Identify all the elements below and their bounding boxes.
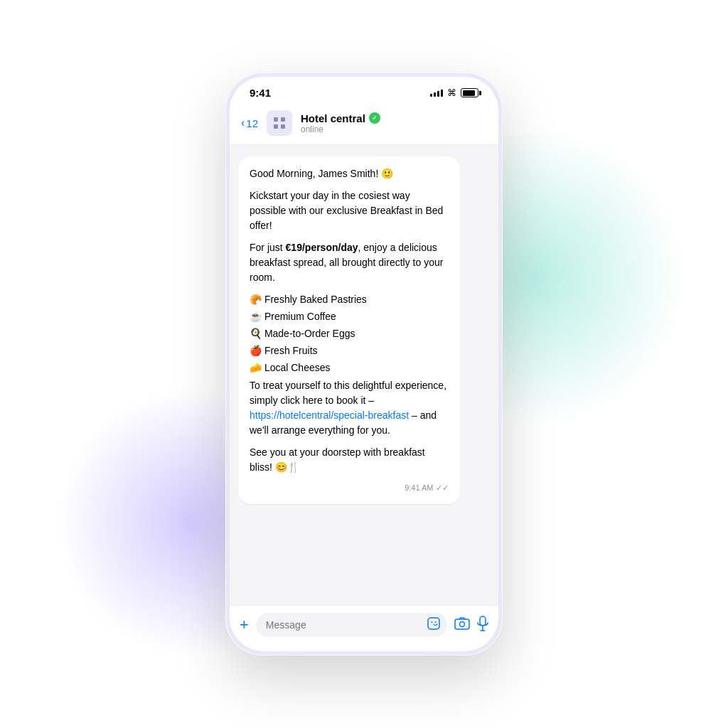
back-count: 12 <box>246 117 258 129</box>
cta-link[interactable]: https://hotelcentral/special-breakfast <box>250 410 409 421</box>
channel-icon <box>267 110 292 136</box>
menu-list: 🥐 Freshly Baked Pastries ☕ Premium Coffe… <box>250 292 449 375</box>
phone-screen: 9:41 ⌘ ‹ 12 <box>230 77 498 651</box>
status-time: 9:41 <box>250 87 271 99</box>
svg-rect-1 <box>281 117 285 122</box>
price-prefix: For just <box>250 242 286 253</box>
message-intro: Kickstart your day in the cosiest way po… <box>250 188 449 233</box>
time-text: 9:41 AM <box>405 482 433 494</box>
read-tick: ✓✓ <box>436 482 449 494</box>
svg-rect-2 <box>274 124 278 129</box>
input-field-wrap <box>256 613 447 637</box>
plus-button[interactable]: + <box>240 617 249 633</box>
sticker-icon[interactable] <box>427 617 440 633</box>
message-bubble: Good Morning, James Smith! 🙂 Kickstart y… <box>238 156 460 504</box>
camera-icon[interactable] <box>454 617 470 633</box>
message-closing: See you at your doorstep with breakfast … <box>250 445 449 475</box>
svg-rect-0 <box>274 117 278 122</box>
message-price: For just €19/person/day, enjoy a delicio… <box>250 240 449 285</box>
message-input[interactable] <box>266 619 422 631</box>
list-item: 🥐 Freshly Baked Pastries <box>250 292 449 307</box>
status-icons: ⌘ <box>430 87 478 98</box>
battery-icon <box>461 88 478 97</box>
svg-point-6 <box>435 621 437 623</box>
signal-icon <box>430 90 443 97</box>
wifi-icon: ⌘ <box>447 87 456 98</box>
list-item: ☕ Premium Coffee <box>250 309 449 324</box>
list-item: 🍳 Made-to-Order Eggs <box>250 326 449 341</box>
microphone-icon[interactable] <box>477 616 488 635</box>
svg-rect-4 <box>428 618 439 629</box>
svg-point-5 <box>432 621 433 623</box>
chat-header: ‹ 12 Hotel central ✓ online <box>230 105 498 145</box>
header-status: online <box>301 124 487 134</box>
verified-badge: ✓ <box>369 112 380 124</box>
list-item: 🍎 Fresh Fruits <box>250 343 449 358</box>
back-button[interactable]: ‹ 12 <box>241 117 258 129</box>
svg-rect-7 <box>455 619 469 629</box>
chevron-left-icon: ‹ <box>241 117 245 129</box>
phone-frame: 9:41 ⌘ ‹ 12 <box>225 73 503 655</box>
list-item: 🧀 Local Cheeses <box>250 360 449 375</box>
status-bar: 9:41 ⌘ <box>230 77 498 105</box>
svg-point-8 <box>460 621 465 626</box>
header-name: Hotel central ✓ <box>301 112 487 124</box>
chat-area[interactable]: Good Morning, James Smith! 🙂 Kickstart y… <box>230 145 498 605</box>
svg-rect-3 <box>281 124 285 129</box>
svg-rect-9 <box>480 616 486 626</box>
message-cta: To treat yourself to this delightful exp… <box>250 378 449 438</box>
input-bar: + <box>230 605 498 651</box>
message-greeting: Good Morning, James Smith! 🙂 <box>250 166 449 181</box>
message-timestamp: 9:41 AM ✓✓ <box>250 482 449 494</box>
channel-name-text: Hotel central <box>301 112 365 124</box>
cta-prefix: To treat yourself to this delightful exp… <box>250 380 446 406</box>
price-value: €19/person/day <box>286 242 358 253</box>
header-info: Hotel central ✓ online <box>301 112 487 134</box>
